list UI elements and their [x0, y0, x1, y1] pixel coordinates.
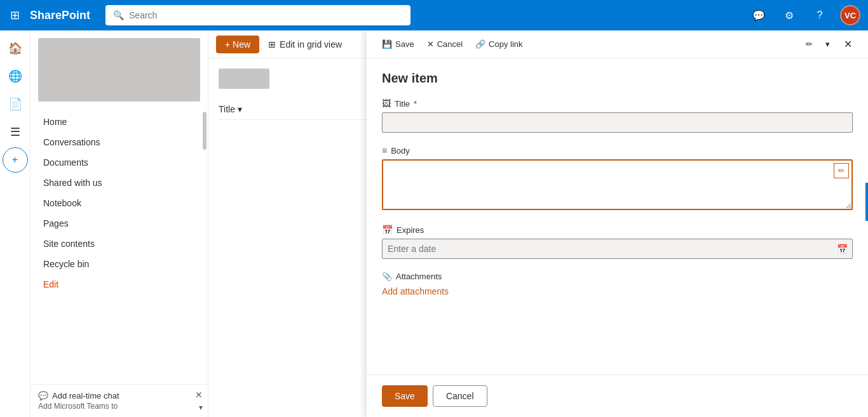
body-textarea-wrapper: ✏	[382, 159, 853, 212]
title-field-group: 🖼 Title *	[382, 98, 853, 133]
chat-promo-title: 💬 Add real-time chat	[38, 391, 200, 400]
body-edit-icon[interactable]: ✏	[834, 163, 849, 178]
site-nav: Home Conversations Documents Shared with…	[31, 109, 208, 384]
title-field-label: 🖼 Title *	[382, 98, 853, 109]
help-icon[interactable]: ?	[810, 5, 830, 25]
panel-save-button[interactable]: 💾 Save	[377, 36, 419, 52]
panel-close-button[interactable]: ✕	[837, 34, 858, 55]
panel-cancel-button[interactable]: ✕ Cancel	[422, 36, 468, 52]
expires-date-wrapper: 📅	[382, 239, 853, 259]
avatar[interactable]: VC	[840, 5, 860, 25]
panel-title: New item	[382, 71, 853, 86]
link-icon: 🔗	[475, 39, 485, 49]
nav-item-edit[interactable]: Edit	[31, 274, 208, 295]
body-field-group: ≡ Body ✏	[382, 145, 853, 212]
nav-item-pages[interactable]: Pages	[31, 213, 208, 234]
nav-item-site-contents[interactable]: Site contents	[31, 234, 208, 254]
site-thumbnail	[38, 38, 200, 102]
add-attachments-link[interactable]: Add attachments	[382, 286, 449, 296]
nav-item-notebook[interactable]: Notebook	[31, 193, 208, 213]
panel-edit-icon-button[interactable]: ✏	[801, 36, 818, 52]
chat-promo-close[interactable]: ✕	[195, 390, 203, 400]
site-area: Home Conversations Documents Shared with…	[31, 30, 208, 417]
chat-promo: ✕ 💬 Add real-time chat Add Microsoft Tea…	[31, 384, 208, 417]
search-input[interactable]	[129, 10, 403, 20]
panel-toolbar: 💾 Save ✕ Cancel 🔗 Copy link ✏ ▾	[367, 30, 868, 58]
search-bar[interactable]: 🔍	[105, 5, 410, 25]
footer-cancel-button[interactable]: Cancel	[433, 385, 487, 407]
nav-item-documents[interactable]: Documents	[31, 152, 208, 173]
waffle-icon[interactable]: ⊞	[8, 6, 22, 25]
grid-icon: ⊞	[268, 39, 276, 50]
chat-icon-small: 💬	[38, 391, 48, 400]
attachments-label: 📎 Attachments	[382, 272, 853, 281]
main-layout: Home Conversations Documents Shared with…	[31, 30, 868, 417]
panel-copy-link-button[interactable]: 🔗 Copy link	[470, 36, 527, 52]
topbar: ⊞ SharePoint 🔍 💬 ⚙ ? VC	[0, 0, 868, 30]
title-required-mark: *	[414, 99, 417, 109]
rail-note-icon[interactable]: 📄	[3, 91, 28, 117]
body-field-label: ≡ Body	[382, 145, 853, 156]
expires-field-icon: 📅	[382, 225, 393, 235]
nav-item-shared-with-us[interactable]: Shared with us	[31, 173, 208, 193]
accent-bar	[865, 183, 868, 221]
expires-field-group: 📅 Expires 📅	[382, 225, 853, 259]
nav-item-recycle-bin[interactable]: Recycle bin	[31, 254, 208, 274]
chat-promo-subtitle: Add Microsoft Teams to	[38, 402, 200, 411]
cancel-x-icon: ✕	[427, 39, 434, 49]
panel-footer: Save Cancel	[367, 374, 868, 417]
title-field-icon: 🖼	[382, 98, 391, 109]
panel-chevron-button[interactable]: ▾	[820, 36, 835, 52]
panel-chevron-icon: ▾	[825, 39, 830, 49]
settings-icon[interactable]: ⚙	[779, 5, 799, 25]
calendar-icon[interactable]: 📅	[837, 244, 848, 254]
rail-home-icon[interactable]: 🏠	[3, 36, 28, 61]
left-rail: 🏠 🌐 📄 ☰ +	[0, 30, 31, 417]
topbar-right: 💬 ⚙ ? VC	[749, 5, 860, 25]
rail-add-icon[interactable]: +	[3, 147, 28, 173]
paperclip-icon: 📎	[382, 272, 392, 281]
nav-item-conversations[interactable]: Conversations	[31, 132, 208, 152]
title-input[interactable]	[382, 112, 853, 133]
footer-save-button[interactable]: Save	[382, 385, 428, 407]
expires-input[interactable]	[382, 239, 853, 259]
filter-placeholder	[219, 69, 269, 89]
chat-icon[interactable]: 💬	[749, 5, 769, 25]
attachments-section: 📎 Attachments Add attachments	[382, 272, 853, 296]
expires-field-label: 📅 Expires	[382, 225, 853, 235]
body-field-icon: ≡	[382, 145, 387, 156]
panel-toolbar-right: ✏ ▾ ✕	[801, 34, 858, 55]
panel-content: New item 🖼 Title * ≡ Body	[367, 58, 868, 374]
rail-list-icon[interactable]: ☰	[3, 119, 28, 145]
panel-edit-icon: ✏	[806, 39, 813, 49]
body-textarea[interactable]	[382, 159, 853, 210]
rail-globe-icon[interactable]: 🌐	[3, 63, 28, 89]
save-icon: 💾	[382, 39, 392, 49]
app-name: SharePoint	[30, 9, 90, 22]
chevron-down-icon: ▾	[238, 104, 242, 114]
search-icon: 🔍	[113, 10, 124, 20]
content-area: + New ⊞ Edit in grid view Title ▾ 💾 Save	[208, 30, 868, 417]
new-item-panel: 💾 Save ✕ Cancel 🔗 Copy link ✏ ▾	[366, 30, 868, 417]
nav-item-home[interactable]: Home	[31, 112, 208, 132]
chat-promo-scroll-icon[interactable]: ▾	[199, 403, 203, 412]
edit-grid-button[interactable]: ⊞ Edit in grid view	[262, 36, 348, 53]
new-button[interactable]: + New	[216, 36, 259, 53]
